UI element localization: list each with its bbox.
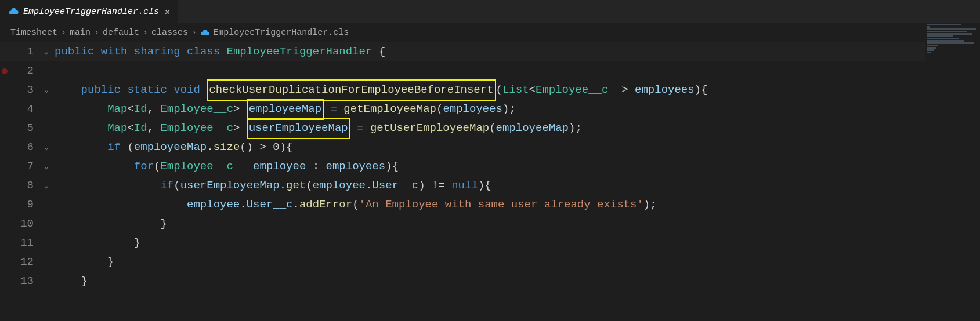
breadcrumb-file[interactable]: EmployeeTriggerHandler.cls — [213, 28, 349, 38]
breakpoint-gutter[interactable] — [0, 253, 9, 272]
code-line[interactable]: 12 } — [0, 253, 980, 272]
minimap-line — [927, 28, 976, 30]
minimap-line — [927, 35, 953, 37]
minimap-line — [927, 47, 936, 49]
code-line[interactable]: 1 ⌄ public with sharing class EmployeeTr… — [0, 42, 980, 61]
highlight-box: employeeMap — [247, 99, 324, 120]
breakpoint-gutter[interactable] — [0, 138, 9, 157]
chevron-right-icon: › — [191, 28, 197, 38]
code-line[interactable]: 8 ⌄ if(userEmployeeMap.get(employee.User… — [0, 176, 980, 195]
code-content[interactable]: employee.User__c.addError('An Employee w… — [55, 195, 657, 214]
tab-bar: EmployeeTriggerHandler.cls ✕ — [0, 0, 980, 23]
breakpoint-gutter[interactable] — [0, 157, 9, 176]
code-line[interactable]: 10 } — [0, 214, 980, 234]
highlight-box: userEmployeeMap — [247, 118, 350, 139]
breakpoint-gutter[interactable] — [0, 61, 9, 81]
chevron-right-icon: › — [143, 28, 148, 38]
tab-title: EmployeeTriggerHandler.cls — [23, 7, 159, 17]
highlight-box: checkUserDuplicationForEmployeeBeforeIns… — [207, 79, 496, 101]
line-number: 11 — [9, 234, 38, 253]
line-number: 5 — [9, 119, 38, 138]
code-line[interactable]: 2 — [0, 61, 980, 81]
code-line[interactable]: 7 ⌄ for(Employee__c employee : employees… — [0, 157, 980, 176]
code-line[interactable]: 5 Map<Id, Employee__c> userEmployeeMap =… — [0, 119, 980, 138]
line-number: 7 — [9, 157, 38, 176]
breakpoint-gutter[interactable] — [0, 272, 9, 291]
line-number: 1 — [9, 42, 38, 61]
code-content[interactable]: Map<Id, Employee__c> employeeMap = getEm… — [55, 100, 516, 119]
code-content[interactable]: if (employeeMap.size() > 0){ — [55, 138, 293, 157]
minimap-line — [927, 49, 934, 51]
breakpoint-gutter[interactable] — [0, 119, 9, 138]
minimap[interactable] — [925, 23, 980, 321]
code-content[interactable]: Map<Id, Employee__c> userEmployeeMap = g… — [55, 119, 582, 138]
editor-tab[interactable]: EmployeeTriggerHandler.cls ✕ — [0, 0, 178, 23]
close-icon[interactable]: ✕ — [165, 6, 170, 17]
code-line[interactable]: 3 ⌄ public static void checkUserDuplicat… — [0, 81, 980, 100]
code-content[interactable]: } — [55, 234, 140, 253]
code-line[interactable]: 6 ⌄ if (employeeMap.size() > 0){ — [0, 138, 980, 157]
fold-toggle[interactable]: ⌄ — [38, 42, 55, 61]
breadcrumb-part[interactable]: classes — [151, 28, 188, 38]
breakpoint-gutter[interactable] — [0, 214, 9, 234]
minimap-line — [927, 31, 967, 32]
line-number: 8 — [9, 176, 38, 195]
code-content[interactable]: public static void checkUserDuplicationF… — [55, 81, 707, 100]
cloud-icon — [200, 28, 209, 38]
breakpoint-gutter[interactable] — [0, 100, 9, 119]
fold-toggle[interactable]: ⌄ — [38, 138, 55, 157]
breakpoint-gutter[interactable] — [0, 176, 9, 195]
line-number: 4 — [9, 100, 38, 119]
minimap-line — [927, 38, 959, 39]
breadcrumb-part[interactable]: Timesheet — [10, 28, 57, 38]
breakpoint-gutter[interactable] — [0, 81, 9, 100]
code-content[interactable]: if(userEmployeeMap.get(employee.User__c)… — [55, 176, 491, 195]
line-number: 12 — [9, 253, 38, 272]
fold-toggle[interactable]: ⌄ — [38, 81, 55, 100]
breakpoint-gutter[interactable] — [0, 234, 9, 253]
chevron-right-icon: › — [94, 28, 99, 38]
code-content[interactable]: } — [55, 214, 167, 234]
code-content[interactable]: } — [55, 272, 88, 291]
breadcrumb[interactable]: Timesheet› main› default› classes› Emplo… — [0, 23, 980, 42]
line-number: 9 — [9, 195, 38, 214]
line-number: 2 — [9, 61, 38, 81]
line-number: 10 — [9, 214, 38, 234]
code-line[interactable]: 9 employee.User__c.addError('An Employee… — [0, 195, 980, 214]
line-number: 13 — [9, 272, 38, 291]
breadcrumb-part[interactable]: main — [70, 28, 91, 38]
code-line[interactable]: 13 } — [0, 272, 980, 291]
breadcrumb-part[interactable]: default — [103, 28, 139, 38]
fold-toggle[interactable]: ⌄ — [38, 176, 55, 195]
minimap-line — [927, 52, 931, 53]
code-content[interactable]: public with sharing class EmployeeTrigge… — [55, 42, 385, 61]
fold-toggle[interactable]: ⌄ — [38, 157, 55, 176]
cloud-icon — [8, 6, 19, 17]
minimap-line — [927, 26, 930, 28]
code-line[interactable]: 4 Map<Id, Employee__c> employeeMap = get… — [0, 100, 980, 119]
minimap-line — [927, 33, 972, 35]
line-number: 3 — [9, 81, 38, 100]
code-content[interactable]: for(Employee__c employee : employees){ — [55, 157, 399, 176]
minimap-line — [927, 45, 938, 46]
code-content[interactable]: } — [55, 253, 114, 272]
breakpoint-gutter[interactable] — [0, 195, 9, 214]
breakpoint-gutter[interactable] — [0, 42, 9, 61]
breakpoint-inactive-icon — [2, 68, 8, 74]
code-line[interactable]: 11 } — [0, 234, 980, 253]
chevron-right-icon: › — [61, 28, 66, 38]
minimap-line — [927, 42, 974, 44]
code-editor[interactable]: 1 ⌄ public with sharing class EmployeeTr… — [0, 42, 980, 291]
minimap-line — [927, 24, 961, 25]
line-number: 6 — [9, 138, 38, 157]
minimap-line — [927, 40, 964, 42]
